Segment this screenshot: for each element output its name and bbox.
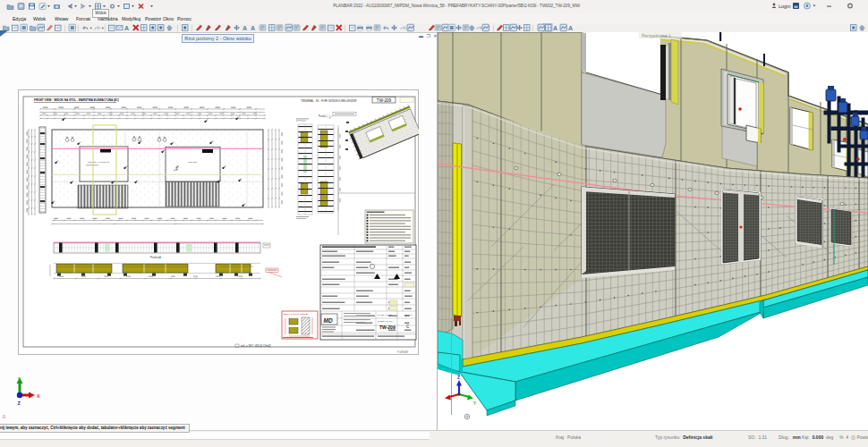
- svg-text:POSADZKA WARSZTATU: POSADZKA WARSZTATU: [88, 161, 110, 163]
- svg-text:TW-209: TW-209: [377, 98, 392, 103]
- svg-text:Login: Login: [779, 4, 790, 9]
- svg-text:X: X: [37, 393, 40, 399]
- svg-text:FRONT VIEW : WIDOK NA STOL - W: FRONT VIEW : WIDOK NA STOL - WARSTWA ELE…: [34, 98, 119, 102]
- svg-text:MD: MD: [324, 317, 333, 324]
- svg-text:PLANBAR: PLANBAR: [397, 350, 408, 354]
- svg-text:Pustka ( - ): Pustka ( - ): [319, 114, 330, 118]
- svg-text:DETAL 1: PLYTA POZIOMA: DETAL 1: PLYTA POZIOMA: [284, 313, 309, 315]
- svg-text:OBIEKT: OBIEKT: [404, 314, 413, 316]
- svg-text:ark. = 297 / 420 [0.12m2]: ark. = 297 / 420 [0.12m2]: [241, 344, 271, 348]
- svg-text:POSADZKA: POSADZKA: [188, 161, 199, 163]
- svg-text:Y: Y: [473, 401, 476, 406]
- svg-text:Z: Z: [18, 401, 21, 406]
- svg-text:TW-209: TW-209: [379, 325, 396, 330]
- svg-text:Z: Z: [457, 375, 460, 380]
- svg-text:NAME / NAZWA: NAME / NAZWA: [378, 314, 394, 316]
- svg-text:Przekroj A: Przekroj A: [150, 256, 161, 259]
- svg-text:Perspektywa 1: Perspektywa 1: [642, 33, 671, 38]
- svg-text:TW08KRAL - E1 - FORI: W235/SOL: TW08KRAL - E1 - FORI: W235/SOLINEI+W02DW: [301, 99, 357, 103]
- svg-text:RABEL / NAZKA: RABEL / NAZKA: [378, 320, 394, 323]
